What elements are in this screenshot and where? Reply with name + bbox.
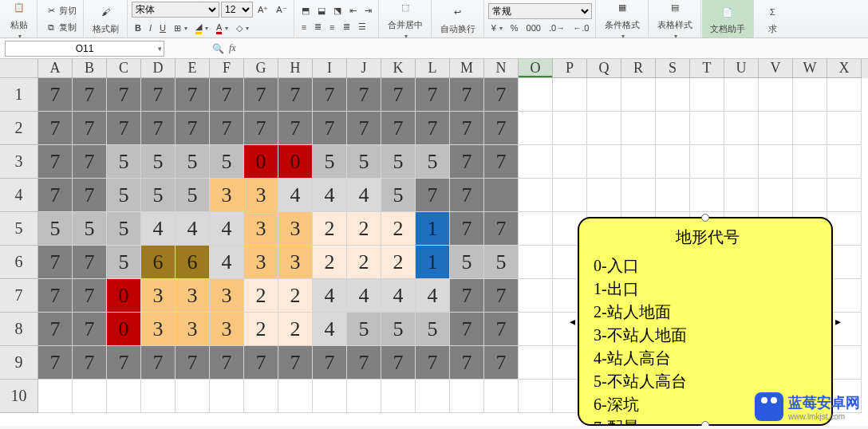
table-style-button[interactable]: ▤ 表格样式: [653, 0, 697, 41]
column-header[interactable]: G: [244, 59, 278, 78]
cell[interactable]: 3: [244, 212, 278, 246]
align-dist-button[interactable]: ☰: [355, 20, 369, 33]
cell[interactable]: 7: [107, 112, 141, 145]
search-icon[interactable]: 🔍: [212, 43, 224, 54]
column-header[interactable]: I: [313, 59, 347, 78]
cell[interactable]: [793, 179, 827, 212]
column-header[interactable]: R: [621, 59, 656, 78]
cell[interactable]: 7: [416, 112, 450, 145]
cell[interactable]: 7: [107, 78, 141, 112]
cell[interactable]: 7: [450, 313, 484, 346]
cell[interactable]: 7: [244, 112, 278, 145]
currency-button[interactable]: ¥: [488, 22, 506, 34]
cell[interactable]: 4: [210, 246, 244, 279]
cell[interactable]: [519, 179, 553, 212]
wrap-text-button[interactable]: ↩ 自动换行: [436, 1, 480, 37]
formula-input[interactable]: [239, 41, 868, 57]
cell[interactable]: 7: [176, 346, 210, 380]
cell[interactable]: [690, 179, 724, 212]
cell[interactable]: [278, 380, 313, 413]
cell[interactable]: 2: [278, 313, 313, 346]
column-header[interactable]: O: [519, 59, 553, 78]
cell[interactable]: 5: [107, 246, 141, 279]
cell[interactable]: 5: [107, 179, 141, 212]
cell[interactable]: 7: [244, 346, 278, 380]
cell[interactable]: 3: [210, 179, 244, 212]
format-painter-button[interactable]: 🖌 格式刷: [88, 1, 124, 37]
cell[interactable]: 0: [278, 145, 313, 179]
resize-handle[interactable]: [701, 214, 709, 222]
cell[interactable]: [793, 145, 827, 179]
cell[interactable]: [724, 112, 759, 145]
highlight-button[interactable]: ◇: [233, 20, 252, 36]
indent-inc-button[interactable]: ⇥: [361, 4, 375, 18]
cell[interactable]: [759, 145, 793, 179]
cell[interactable]: [587, 78, 621, 112]
cell[interactable]: 3: [244, 246, 278, 279]
cell[interactable]: 4: [381, 279, 416, 313]
cell[interactable]: 7: [73, 246, 107, 279]
cell[interactable]: [519, 145, 553, 179]
cell[interactable]: 7: [38, 346, 73, 380]
cell[interactable]: [141, 380, 176, 413]
dec-decimal-button[interactable]: ←.0: [570, 22, 592, 34]
cell[interactable]: 5: [416, 145, 450, 179]
fx-icon[interactable]: fx: [229, 42, 236, 54]
cell[interactable]: 7: [176, 112, 210, 145]
cell[interactable]: 2: [313, 212, 347, 246]
cell[interactable]: [827, 78, 862, 112]
cell[interactable]: 3: [141, 313, 176, 346]
cell[interactable]: 7: [484, 279, 519, 313]
cell[interactable]: 4: [313, 279, 347, 313]
column-header[interactable]: E: [176, 59, 210, 78]
cell[interactable]: 4: [278, 179, 313, 212]
bold-button[interactable]: B: [132, 20, 144, 36]
underline-button[interactable]: U: [156, 20, 169, 36]
number-format-select[interactable]: 常规: [488, 3, 592, 19]
cell[interactable]: [759, 179, 793, 212]
cell[interactable]: 2: [381, 246, 416, 279]
cell[interactable]: [621, 145, 656, 179]
cell[interactable]: [244, 380, 278, 413]
cell[interactable]: [381, 380, 416, 413]
align-middle-button[interactable]: ⬓: [314, 4, 329, 18]
cell[interactable]: [519, 212, 553, 246]
cell[interactable]: 7: [176, 78, 210, 112]
column-header[interactable]: K: [381, 59, 416, 78]
cell[interactable]: [519, 380, 553, 413]
cell[interactable]: 7: [450, 279, 484, 313]
cell[interactable]: 7: [141, 346, 176, 380]
cell[interactable]: [73, 380, 107, 413]
cell[interactable]: 7: [244, 78, 278, 112]
cell[interactable]: [176, 380, 210, 413]
cell[interactable]: 7: [278, 78, 313, 112]
cell[interactable]: 2: [244, 313, 278, 346]
cell[interactable]: 7: [416, 179, 450, 212]
cell[interactable]: 3: [176, 313, 210, 346]
cell[interactable]: 4: [347, 279, 381, 313]
cell[interactable]: 3: [278, 246, 313, 279]
cell[interactable]: 2: [278, 279, 313, 313]
cell[interactable]: 0: [107, 313, 141, 346]
cell[interactable]: [827, 145, 862, 179]
cell[interactable]: [347, 380, 381, 413]
column-header[interactable]: A: [38, 59, 73, 78]
cell[interactable]: 7: [141, 78, 176, 112]
cell[interactable]: 7: [484, 346, 519, 380]
row-header[interactable]: 5: [0, 212, 38, 246]
row-header[interactable]: 10: [0, 380, 38, 413]
cell[interactable]: 2: [347, 212, 381, 246]
column-header[interactable]: L: [416, 59, 450, 78]
cell[interactable]: [656, 78, 690, 112]
align-top-button[interactable]: ⬒: [298, 4, 313, 18]
cell[interactable]: 7: [38, 112, 73, 145]
cell[interactable]: [553, 112, 587, 145]
cell[interactable]: 3: [210, 313, 244, 346]
cell[interactable]: [450, 380, 484, 413]
column-header[interactable]: B: [73, 59, 107, 78]
cell[interactable]: 7: [347, 112, 381, 145]
cell[interactable]: 5: [347, 145, 381, 179]
cell[interactable]: 5: [484, 246, 519, 279]
cell[interactable]: 7: [450, 78, 484, 112]
cell[interactable]: 7: [38, 145, 73, 179]
